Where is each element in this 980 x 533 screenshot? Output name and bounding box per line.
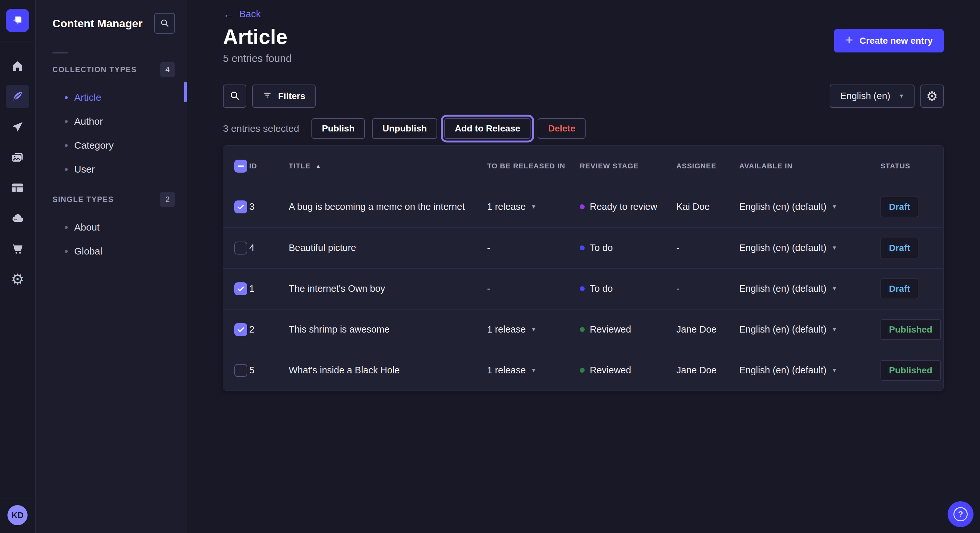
search-button[interactable] xyxy=(223,84,246,108)
rail-item-content-type-builder[interactable] xyxy=(6,176,29,200)
back-link[interactable]: ← Back xyxy=(223,8,261,19)
locale-select[interactable]: English (en) ▼ xyxy=(830,84,915,108)
unpublish-button[interactable]: Unpublish xyxy=(372,118,437,139)
sidebar-item-label: About xyxy=(74,222,100,233)
cell-available-in[interactable]: English (en) (default)▼ xyxy=(739,324,880,335)
cell-assignee: - xyxy=(676,283,739,294)
row-checkbox-cell xyxy=(223,241,249,254)
cell-status: Draft xyxy=(880,238,943,259)
strapi-logo[interactable] xyxy=(6,9,29,32)
row-checkbox[interactable] xyxy=(234,241,247,254)
delete-button[interactable]: Delete xyxy=(538,118,585,139)
cell-to-be-released-in[interactable]: 1 release▼ xyxy=(487,365,580,376)
status-badge: Draft xyxy=(880,238,918,259)
filters-button[interactable]: Filters xyxy=(252,84,316,108)
row-checkbox[interactable] xyxy=(234,200,247,213)
sidebar-item-category[interactable]: Category xyxy=(36,133,187,157)
row-checkbox-cell xyxy=(223,364,249,377)
column-header-id[interactable]: ID xyxy=(249,162,289,170)
cell-title: This shrimp is awesome xyxy=(289,324,487,335)
column-header-assignee[interactable]: ASSIGNEE xyxy=(676,162,739,170)
sidebar-item-label: User xyxy=(74,164,95,175)
strapi-logo-icon xyxy=(10,13,25,27)
cell-id: 4 xyxy=(249,243,289,253)
sidebar-item-about[interactable]: About xyxy=(36,215,187,239)
sort-ascending-icon: ▲ xyxy=(316,163,321,169)
table-row[interactable]: 2This shrimp is awesome1 release▼Reviewe… xyxy=(223,309,943,350)
cell-id: 5 xyxy=(249,365,289,376)
cell-review-stage: To do xyxy=(580,283,676,294)
rail-item-releases[interactable] xyxy=(6,115,29,139)
subnav-section: COLLECTION TYPES4ArticleAuthorCategoryUs… xyxy=(36,62,187,181)
sidebar-item-author[interactable]: Author xyxy=(36,109,187,133)
deploy-icon xyxy=(11,212,24,225)
rail-item-marketplace[interactable] xyxy=(6,237,29,260)
table-row[interactable]: 4Beautiful picture-To do-English (en) (d… xyxy=(223,227,943,268)
create-entry-button[interactable]: + Create new entry xyxy=(834,29,944,52)
table-row[interactable]: 5What's inside a Black Hole1 release▼Rev… xyxy=(223,350,943,390)
rail-header xyxy=(0,0,35,41)
cell-id: 1 xyxy=(249,283,289,294)
table-row[interactable]: 3A bug is becoming a meme on the interne… xyxy=(223,187,943,227)
row-checkbox[interactable] xyxy=(234,323,247,336)
cell-to-be-released-in: - xyxy=(487,283,580,294)
cell-title: What's inside a Black Hole xyxy=(289,365,487,376)
create-entry-label: Create new entry xyxy=(859,36,933,46)
rail-item-home[interactable] xyxy=(6,54,29,78)
search-icon xyxy=(160,18,170,29)
rail-item-deploy[interactable] xyxy=(6,206,29,230)
rail-item-media-library[interactable] xyxy=(6,146,29,169)
table-row[interactable]: 1The internet's Own boy-To do-English (e… xyxy=(223,268,943,309)
cell-available-in[interactable]: English (en) (default)▼ xyxy=(739,243,880,253)
publish-button[interactable]: Publish xyxy=(312,118,365,139)
help-button[interactable]: ? xyxy=(948,501,974,527)
bullet-icon xyxy=(65,168,68,171)
row-checkbox[interactable] xyxy=(234,364,247,377)
content-manager-icon xyxy=(11,90,24,103)
cell-to-be-released-in[interactable]: 1 release▼ xyxy=(487,324,580,335)
bullet-icon xyxy=(65,226,68,229)
view-settings-button[interactable]: ⚙︎ xyxy=(920,84,944,108)
stage-dot-icon xyxy=(580,204,585,209)
cell-status: Draft xyxy=(880,197,943,217)
bullet-icon xyxy=(65,144,68,147)
bulk-action-bar: 3 entries selected Publish Unpublish Add… xyxy=(223,118,944,139)
status-badge: Draft xyxy=(880,197,918,217)
sidebar-item-global[interactable]: Global xyxy=(36,239,187,263)
section-header: COLLECTION TYPES4 xyxy=(36,62,187,77)
stage-label: To do xyxy=(590,243,613,253)
header-checkbox-cell xyxy=(223,160,249,173)
add-to-release-button[interactable]: Add to Release xyxy=(444,118,530,139)
section-items: AboutGlobal xyxy=(36,215,187,263)
rail-item-settings[interactable]: ⚙︎ xyxy=(6,268,29,291)
sidebar-item-label: Author xyxy=(74,116,103,127)
cell-title: A bug is becoming a meme on the internet xyxy=(289,201,487,212)
cell-available-in[interactable]: English (en) (default)▼ xyxy=(739,365,880,376)
rail-item-content-manager[interactable] xyxy=(6,85,29,108)
selected-count: 3 entries selected xyxy=(223,123,299,134)
column-header-review-stage[interactable]: REVIEW STAGE xyxy=(580,162,676,170)
cell-to-be-released-in[interactable]: 1 release▼ xyxy=(487,201,580,212)
column-header-to-be-released-in[interactable]: TO BE RELEASED IN xyxy=(487,162,580,170)
cell-status: Published xyxy=(880,360,943,381)
chevron-down-icon: ▼ xyxy=(832,245,837,251)
row-checkbox[interactable] xyxy=(234,282,247,295)
cell-available-in[interactable]: English (en) (default)▼ xyxy=(739,283,880,294)
column-header-label: ASSIGNEE xyxy=(676,162,716,170)
subnav-search-button[interactable] xyxy=(154,13,175,34)
column-header-available-in[interactable]: AVAILABLE IN xyxy=(739,162,880,170)
rail-nav: ⚙︎ xyxy=(0,41,35,497)
select-all-checkbox[interactable] xyxy=(234,160,247,173)
filter-icon xyxy=(262,90,272,102)
table-header-row: IDTITLE▲TO BE RELEASED INREVIEW STAGEASS… xyxy=(223,146,943,187)
stage-label: Reviewed xyxy=(590,324,631,335)
sidebar-item-article[interactable]: Article xyxy=(36,86,187,109)
column-header-title[interactable]: TITLE▲ xyxy=(289,162,487,170)
sidebar-item-user[interactable]: User xyxy=(36,157,187,181)
cell-review-stage: Ready to review xyxy=(580,201,676,212)
column-header-label: REVIEW STAGE xyxy=(580,162,638,170)
main-content: ← Back Article 5 entries found + Create … xyxy=(187,0,980,533)
cell-available-in[interactable]: English (en) (default)▼ xyxy=(739,201,880,212)
column-header-status[interactable]: STATUS xyxy=(880,162,943,170)
user-avatar[interactable]: KD xyxy=(8,505,27,525)
